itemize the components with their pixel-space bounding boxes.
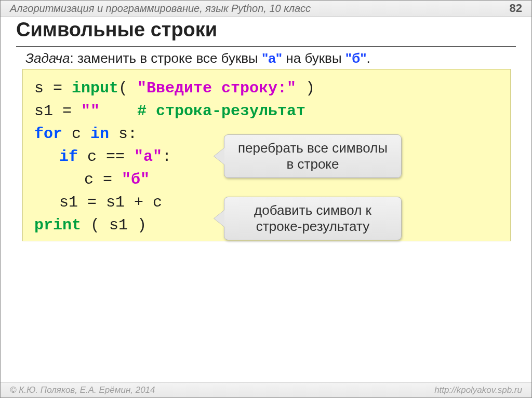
code-string: "Введите строку:" bbox=[137, 79, 296, 97]
code-fn-input: input bbox=[72, 79, 118, 97]
header-bar: Алгоритмизация и программирование, язык … bbox=[1, 1, 531, 17]
code-line-1: s = input( "Введите строку:" ) bbox=[34, 77, 500, 100]
code-string: "" bbox=[81, 102, 100, 120]
code-text: ) bbox=[296, 79, 315, 97]
title-wrap: Символьные строки bbox=[1, 16, 531, 42]
code-fn-print: print bbox=[34, 216, 81, 234]
footer-bar: © К.Ю. Поляков, Е.А. Ерёмин, 2014 http:/… bbox=[1, 382, 531, 397]
code-text: c = bbox=[84, 171, 122, 188]
code-comment: # строка-результат bbox=[137, 102, 305, 120]
task-quote-b: "б" bbox=[345, 50, 367, 66]
code-string: "а" bbox=[134, 148, 162, 166]
code-string: "б" bbox=[122, 171, 150, 188]
course-label: Алгоритмизация и программирование, язык … bbox=[10, 3, 311, 15]
code-text: ( s1 ) bbox=[81, 216, 147, 234]
copyright: © К.Ю. Поляков, Е.А. Ерёмин, 2014 bbox=[10, 385, 155, 395]
code-text: s = bbox=[34, 79, 72, 97]
task-text1: заменить в строке все буквы bbox=[77, 50, 262, 66]
task-line: Задача: заменить в строке все буквы "а" … bbox=[25, 50, 370, 66]
code-kw-if: if bbox=[59, 148, 78, 166]
code-kw-in: in bbox=[90, 125, 109, 143]
callout-append: добавить символ к строке-результату bbox=[224, 197, 402, 240]
callout-text: перебрать все символы в строке bbox=[238, 140, 388, 172]
page-title: Символьные строки bbox=[16, 19, 516, 41]
code-text: ( bbox=[118, 79, 137, 97]
callout-iterate: перебрать все символы в строке bbox=[224, 134, 402, 178]
task-colon: : bbox=[70, 50, 77, 66]
slide: Алгоритмизация и программирование, язык … bbox=[0, 0, 532, 398]
code-text: s: bbox=[109, 125, 137, 143]
code-text: : bbox=[162, 148, 171, 166]
code-text: c bbox=[62, 125, 90, 143]
code-line-2: s1 = "" # строка-результат bbox=[34, 100, 500, 122]
task-text2: на буквы bbox=[282, 50, 345, 66]
title-separator bbox=[16, 46, 516, 47]
callout-text: добавить символ к строке-результату bbox=[254, 202, 371, 234]
callout-arrow-icon bbox=[214, 148, 224, 164]
task-label: Задача bbox=[25, 50, 70, 66]
page-number: 82 bbox=[510, 2, 522, 15]
code-text: c == bbox=[78, 148, 134, 166]
code-kw-for: for bbox=[34, 125, 62, 143]
task-quote-a: "а" bbox=[262, 50, 282, 66]
code-text: s1 = s1 + c bbox=[59, 194, 162, 211]
callout-arrow-icon bbox=[214, 210, 224, 227]
task-dot: . bbox=[367, 50, 370, 66]
footer-url: http://kpolyakov.spb.ru bbox=[434, 385, 522, 395]
code-text: s1 = bbox=[34, 102, 81, 120]
code-text bbox=[100, 102, 137, 120]
